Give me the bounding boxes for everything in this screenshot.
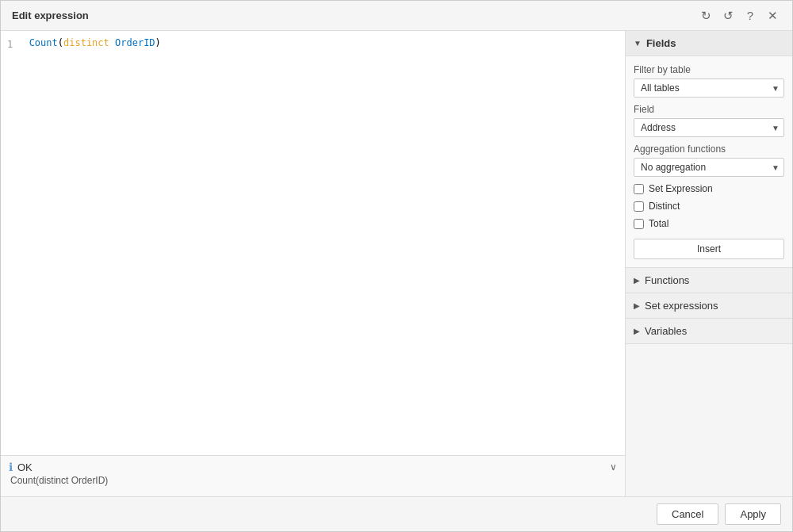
fields-section-header[interactable]: ▼ Fields — [626, 31, 792, 56]
status-ok-text: OK — [17, 461, 33, 473]
variables-section-label: Variables — [645, 325, 687, 337]
field-select[interactable]: Address — [634, 118, 784, 137]
field-label: Field — [634, 104, 784, 115]
fields-chevron-icon: ▼ — [634, 39, 642, 48]
dialog-titlebar: Edit expression ↻ ↺ ? ✕ — [1, 1, 792, 31]
set-expression-checkbox[interactable] — [634, 184, 644, 194]
field-wrapper: Address ▼ — [634, 118, 784, 137]
set-expression-label[interactable]: Set Expression — [649, 183, 713, 194]
fields-section: ▼ Fields Filter by table All tables ▼ Fi… — [626, 31, 792, 268]
code-area[interactable]: 1 Count(distinct OrderID) — [1, 31, 625, 455]
titlebar-actions: ↻ ↺ ? ✕ — [697, 7, 781, 25]
variables-chevron-icon: ▶ — [634, 327, 640, 335]
total-row: Total — [634, 218, 784, 229]
code-keyword: distinct — [63, 37, 109, 48]
functions-chevron-icon: ▶ — [634, 276, 640, 285]
aggregation-select[interactable]: No aggregation — [634, 158, 784, 177]
total-checkbox[interactable] — [634, 219, 644, 229]
variables-section-header[interactable]: ▶ Variables — [626, 319, 792, 343]
filter-by-table-select[interactable]: All tables — [634, 78, 784, 98]
dialog-footer: Cancel Apply — [1, 496, 792, 531]
set-expressions-chevron-icon: ▶ — [634, 301, 640, 310]
status-row: ℹ OK ∨ — [9, 461, 617, 473]
distinct-checkbox[interactable] — [634, 201, 644, 212]
editor-pane: 1 Count(distinct OrderID) ℹ OK ∨ Count(d… — [1, 31, 626, 496]
functions-section: ▶ Functions — [626, 268, 792, 293]
help-button[interactable]: ? — [741, 7, 759, 25]
line-number: 1 — [7, 37, 26, 50]
code-paren-close: ) — [155, 37, 161, 48]
set-expressions-section-header[interactable]: ▶ Set expressions — [626, 293, 792, 318]
status-expression: Count(distinct OrderID) — [9, 475, 617, 486]
set-expressions-section: ▶ Set expressions — [626, 293, 792, 319]
fields-content: Filter by table All tables ▼ Field Addre… — [626, 56, 792, 268]
filter-by-table-wrapper: All tables ▼ — [634, 78, 784, 98]
aggregation-wrapper: No aggregation ▼ — [634, 158, 784, 177]
set-expressions-section-label: Set expressions — [645, 300, 718, 312]
set-expression-row: Set Expression — [634, 183, 784, 194]
filter-by-table-label: Filter by table — [634, 64, 784, 75]
insert-button[interactable]: Insert — [634, 239, 784, 259]
code-content: Count(distinct OrderID) — [29, 37, 161, 48]
dialog-title: Edit expression — [12, 10, 89, 21]
dialog-body: 1 Count(distinct OrderID) ℹ OK ∨ Count(d… — [1, 31, 792, 496]
undo-button[interactable]: ↻ — [697, 7, 714, 25]
status-left: ℹ OK — [9, 461, 33, 473]
variables-section: ▶ Variables — [626, 319, 792, 344]
cancel-button[interactable]: Cancel — [657, 503, 718, 525]
code-function-name: Count — [29, 37, 58, 48]
functions-section-header[interactable]: ▶ Functions — [626, 268, 792, 293]
info-icon: ℹ — [9, 461, 13, 473]
status-bar: ℹ OK ∨ Count(distinct OrderID) — [1, 455, 625, 496]
code-field-name: OrderID — [115, 37, 155, 48]
apply-button[interactable]: Apply — [725, 503, 781, 525]
aggregation-functions-label: Aggregation functions — [634, 144, 784, 155]
functions-section-label: Functions — [645, 274, 689, 286]
close-button[interactable]: ✕ — [764, 7, 781, 25]
right-pane: ▼ Fields Filter by table All tables ▼ Fi… — [626, 31, 792, 496]
edit-expression-dialog: Edit expression ↻ ↺ ? ✕ 1 Count(distinct… — [0, 0, 793, 532]
redo-button[interactable]: ↺ — [719, 7, 737, 25]
status-chevron[interactable]: ∨ — [610, 461, 617, 473]
distinct-row: Distinct — [634, 201, 784, 212]
fields-section-label: Fields — [646, 37, 676, 49]
distinct-label[interactable]: Distinct — [649, 201, 680, 212]
total-label[interactable]: Total — [649, 218, 668, 229]
code-paren-open: ( — [58, 37, 63, 48]
